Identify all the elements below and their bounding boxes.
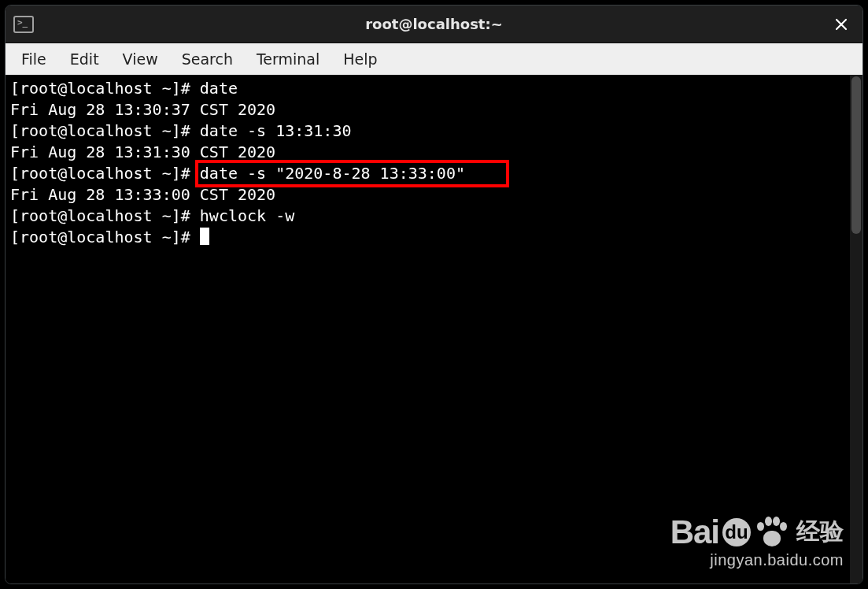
terminal-line: [root@localhost ~]# date -s 13:31:30 bbox=[10, 120, 845, 142]
terminal-line: Fri Aug 28 13:30:37 CST 2020 bbox=[10, 99, 845, 120]
menu-search[interactable]: Search bbox=[171, 46, 244, 72]
close-button[interactable] bbox=[829, 13, 853, 36]
terminal-line: Fri Aug 28 13:33:00 CST 2020 bbox=[10, 184, 845, 206]
command-text: date -s 13:31:30 bbox=[200, 121, 352, 140]
close-icon bbox=[835, 18, 848, 31]
terminal-line: [root@localhost ~]# date bbox=[10, 78, 845, 99]
prompt: [root@localhost ~]# bbox=[10, 164, 200, 183]
command-text: date -s "2020-8-28 13:33:00" bbox=[200, 164, 465, 183]
command-text: hwclock -w bbox=[200, 206, 294, 225]
prompt: [root@localhost ~]# bbox=[10, 121, 200, 140]
prompt: [root@localhost ~]# bbox=[10, 79, 200, 98]
terminal-area[interactable]: [root@localhost ~]# dateFri Aug 28 13:30… bbox=[6, 75, 862, 583]
menu-view[interactable]: View bbox=[112, 46, 169, 72]
menu-file[interactable]: File bbox=[10, 46, 57, 72]
terminal-line: [root@localhost ~]# bbox=[10, 227, 845, 248]
prompt: [root@localhost ~]# bbox=[10, 206, 200, 225]
terminal-window: root@localhost:~ File Edit View Search T… bbox=[5, 5, 863, 584]
terminal-line: [root@localhost ~]# hwclock -w bbox=[10, 206, 845, 227]
terminal-line: Fri Aug 28 13:31:30 CST 2020 bbox=[10, 142, 845, 163]
terminal-line: [root@localhost ~]# date -s "2020-8-28 1… bbox=[10, 163, 845, 184]
prompt: [root@localhost ~]# bbox=[10, 228, 200, 246]
terminal-app-icon bbox=[13, 16, 34, 33]
menu-help[interactable]: Help bbox=[332, 46, 388, 72]
window-title: root@localhost:~ bbox=[6, 16, 862, 32]
scrollbar[interactable] bbox=[850, 75, 862, 583]
titlebar: root@localhost:~ bbox=[6, 6, 862, 43]
menubar: File Edit View Search Terminal Help bbox=[6, 43, 862, 75]
scrollbar-thumb[interactable] bbox=[851, 76, 861, 234]
menu-terminal[interactable]: Terminal bbox=[246, 46, 331, 72]
cursor bbox=[200, 228, 209, 245]
command-text: date bbox=[200, 79, 238, 98]
terminal-output[interactable]: [root@localhost ~]# dateFri Aug 28 13:30… bbox=[6, 75, 850, 583]
menu-edit[interactable]: Edit bbox=[59, 46, 110, 72]
